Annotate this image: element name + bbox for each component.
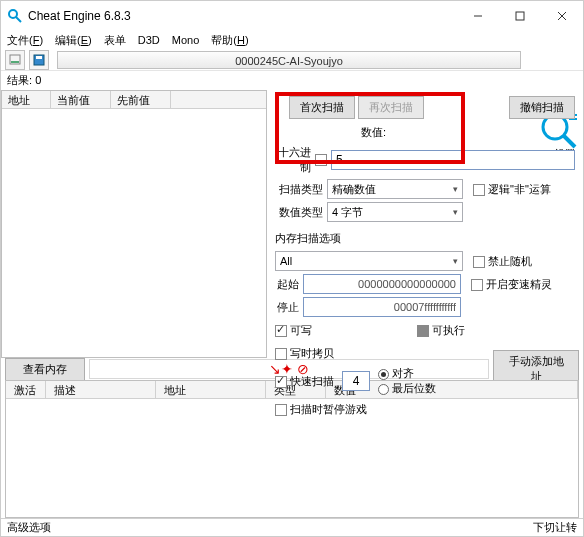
- scan-type-label: 扫描类型: [269, 182, 327, 197]
- col-active[interactable]: 激活: [6, 381, 46, 398]
- not-checkbox[interactable]: [473, 184, 485, 196]
- close-button[interactable]: [541, 2, 583, 30]
- col-previous[interactable]: 先前值: [111, 91, 171, 108]
- stop-input[interactable]: [303, 297, 461, 317]
- svg-rect-9: [36, 56, 42, 59]
- menu-mono[interactable]: Mono: [172, 34, 200, 46]
- col-address[interactable]: 地址: [2, 91, 51, 108]
- open-process-button[interactable]: [5, 50, 25, 70]
- first-scan-button[interactable]: 首次扫描: [289, 96, 355, 119]
- save-button[interactable]: [29, 50, 49, 70]
- menu-help[interactable]: 帮助(H): [211, 33, 248, 48]
- menu-bar: 文件(F) 编辑(E) 表单 D3D Mono 帮助(H): [1, 31, 583, 49]
- lastdigits-radio[interactable]: [378, 384, 389, 395]
- value-label: 数值:: [361, 125, 386, 140]
- menu-file[interactable]: 文件(F): [7, 33, 43, 48]
- svg-line-1: [16, 17, 21, 22]
- memory-view-button[interactable]: 查看内存: [5, 358, 85, 381]
- start-label: 起始: [269, 277, 303, 292]
- align-radio[interactable]: [378, 369, 389, 380]
- start-input[interactable]: [303, 274, 461, 294]
- next-scan-button: 再次扫描: [358, 96, 424, 119]
- executable-checkbox[interactable]: [417, 325, 429, 337]
- speedhack-checkbox[interactable]: [471, 279, 483, 291]
- mem-region-select[interactable]: All▾: [275, 251, 463, 271]
- undo-scan-button[interactable]: 撤销扫描: [509, 96, 575, 119]
- app-icon: [7, 8, 23, 24]
- hex-label: 十六进制: [269, 145, 315, 175]
- advanced-options[interactable]: 高级选项: [7, 520, 51, 535]
- menu-d3d[interactable]: D3D: [138, 34, 160, 46]
- maximize-button[interactable]: [499, 2, 541, 30]
- value-input[interactable]: [331, 150, 575, 170]
- hex-checkbox[interactable]: [315, 154, 327, 166]
- scan-type-select[interactable]: 精确数值▾: [327, 179, 463, 199]
- minimize-button[interactable]: [457, 2, 499, 30]
- table-extras[interactable]: 下切让转: [533, 520, 577, 535]
- results-list[interactable]: 地址 当前值 先前值: [1, 90, 267, 358]
- process-name: 0000245C-AI-Syoujyo: [57, 51, 521, 69]
- col-desc[interactable]: 描述: [46, 381, 156, 398]
- col-current[interactable]: 当前值: [51, 91, 111, 108]
- not-label: 逻辑"非"运算: [488, 183, 551, 195]
- svg-point-0: [9, 10, 17, 18]
- value-type-select[interactable]: 4 字节▾: [327, 202, 463, 222]
- window-title: Cheat Engine 6.8.3: [28, 9, 457, 23]
- value-type-label: 数值类型: [269, 205, 327, 220]
- fastscan-align-input[interactable]: [342, 371, 370, 391]
- mem-options-label: 内存扫描选项: [269, 231, 353, 246]
- menu-table[interactable]: 表单: [104, 33, 126, 48]
- col-addr2[interactable]: 地址: [156, 381, 266, 398]
- svg-rect-3: [516, 12, 524, 20]
- writable-checkbox[interactable]: [275, 325, 287, 337]
- cow-checkbox[interactable]: [275, 348, 287, 360]
- svg-rect-7: [11, 61, 19, 63]
- disable-random-checkbox[interactable]: [473, 256, 485, 268]
- stop-label: 停止: [269, 300, 303, 315]
- title-bar: Cheat Engine 6.8.3: [1, 1, 583, 31]
- results-count: 结果: 0: [1, 71, 583, 90]
- pause-checkbox[interactable]: [275, 404, 287, 416]
- menu-edit[interactable]: 编辑(E): [55, 33, 92, 48]
- fastscan-checkbox[interactable]: [275, 376, 287, 388]
